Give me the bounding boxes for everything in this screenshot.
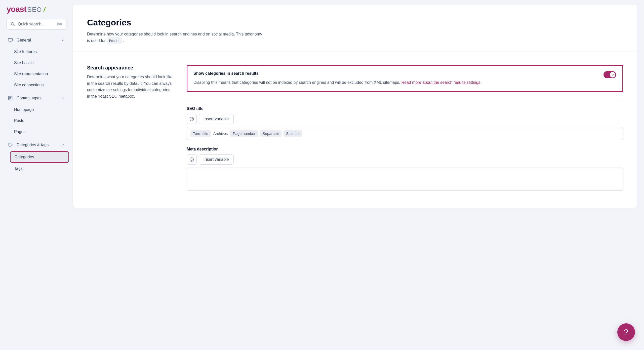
logo: yoast SEO / bbox=[4, 5, 69, 16]
meta-description-input[interactable] bbox=[187, 168, 623, 191]
svg-point-12 bbox=[192, 118, 192, 119]
sidebar-item-tags[interactable]: Tags bbox=[10, 163, 69, 174]
nav-header-categories-tags[interactable]: Categories & tags bbox=[4, 139, 69, 151]
smiley-icon bbox=[189, 157, 194, 162]
brand-suffix: SEO bbox=[27, 6, 42, 14]
nav-header-content-types[interactable]: Content types bbox=[4, 92, 69, 104]
search-placeholder: Quick search... bbox=[18, 22, 56, 26]
chevron-up-icon bbox=[61, 38, 65, 43]
svg-point-15 bbox=[192, 159, 192, 159]
variable-chip[interactable]: Separator bbox=[260, 130, 281, 137]
sidebar-item-homepage[interactable]: Homepage bbox=[10, 104, 69, 115]
sidebar-item-pages[interactable]: Pages bbox=[10, 127, 69, 137]
toggle-label: Show categories in search results bbox=[193, 71, 597, 76]
svg-rect-2 bbox=[8, 38, 13, 41]
settings-panel: Categories Determine how your categories… bbox=[73, 5, 637, 208]
taxonomy-code: Posts bbox=[107, 37, 122, 44]
chevron-up-icon bbox=[61, 143, 65, 147]
newspaper-icon bbox=[8, 95, 13, 101]
brand-name: yoast bbox=[7, 5, 26, 14]
svg-point-11 bbox=[191, 118, 191, 119]
chevron-up-icon bbox=[61, 96, 65, 100]
brand-slash: / bbox=[44, 6, 45, 14]
nav-header-general[interactable]: General bbox=[4, 34, 69, 46]
meta-description-field: Meta description Insert variable bbox=[187, 147, 623, 191]
question-icon: ? bbox=[624, 328, 628, 337]
page-title: Categories bbox=[87, 18, 623, 27]
section-title: Search appearance bbox=[87, 65, 173, 71]
divider bbox=[187, 99, 623, 99]
sidebar-item-site-representation[interactable]: Site representation bbox=[10, 69, 69, 79]
svg-point-9 bbox=[9, 144, 10, 144]
svg-point-14 bbox=[191, 159, 191, 159]
show-in-search-card: Show categories in search results Disabl… bbox=[187, 65, 623, 92]
seo-title-field: SEO title Insert variable Term title bbox=[187, 106, 623, 140]
insert-variable-button[interactable]: Insert variable bbox=[199, 114, 234, 124]
search-shortcut: ⌘K bbox=[56, 22, 63, 26]
search-icon bbox=[10, 22, 15, 27]
sidebar-item-posts[interactable]: Posts bbox=[10, 115, 69, 126]
section-description: Determine what your categories should lo… bbox=[87, 74, 173, 99]
sidebar: yoast SEO / Quick search... ⌘K General bbox=[0, 0, 73, 350]
variable-chip[interactable]: Term title bbox=[190, 130, 211, 137]
svg-line-1 bbox=[14, 25, 15, 26]
nav-group-categories-tags: Categories & tags Categories Tags bbox=[4, 139, 69, 174]
nav-label: General bbox=[17, 38, 61, 43]
emoji-button[interactable] bbox=[187, 154, 197, 165]
help-button[interactable]: ? bbox=[617, 323, 635, 341]
main-content: Categories Determine how your categories… bbox=[73, 0, 644, 350]
monitor-icon bbox=[8, 37, 13, 43]
variable-chip[interactable]: Page number bbox=[230, 130, 258, 137]
field-label: SEO title bbox=[187, 106, 623, 111]
svg-point-13 bbox=[190, 158, 194, 161]
emoji-button[interactable] bbox=[187, 114, 197, 124]
read-more-link[interactable]: Read more about the search results setti… bbox=[401, 80, 480, 85]
toggle-description: Disabling this means that categories wil… bbox=[193, 79, 597, 86]
plain-text: Archives bbox=[213, 130, 228, 137]
section-search-appearance: Search appearance Determine what your ca… bbox=[73, 52, 637, 198]
sidebar-item-site-connections[interactable]: Site connections bbox=[10, 80, 69, 90]
svg-point-0 bbox=[11, 22, 14, 25]
nav-group-general: General Site features Site basics Site r… bbox=[4, 34, 69, 90]
field-label: Meta description bbox=[187, 147, 623, 151]
smiley-icon bbox=[189, 116, 194, 122]
page-description: Determine how your categories should loo… bbox=[87, 31, 263, 44]
toggle-knob bbox=[610, 72, 615, 77]
sidebar-item-categories[interactable]: Categories bbox=[10, 151, 69, 163]
sidebar-item-site-basics[interactable]: Site basics bbox=[10, 58, 69, 68]
search-input[interactable]: Quick search... ⌘K bbox=[7, 19, 66, 29]
show-in-search-toggle[interactable] bbox=[603, 71, 616, 78]
tag-icon bbox=[8, 142, 13, 148]
nav-label: Categories & tags bbox=[17, 143, 61, 147]
nav-group-content-types: Content types Homepage Posts Pages bbox=[4, 92, 69, 137]
insert-variable-button[interactable]: Insert variable bbox=[199, 154, 234, 165]
seo-title-input[interactable]: Term title Archives Page number Separato… bbox=[187, 127, 623, 140]
sidebar-item-site-features[interactable]: Site features bbox=[10, 47, 69, 57]
nav-label: Content types bbox=[17, 96, 61, 100]
variable-chip[interactable]: Site title bbox=[284, 130, 302, 137]
svg-point-10 bbox=[190, 117, 194, 121]
panel-header: Categories Determine how your categories… bbox=[73, 5, 637, 52]
